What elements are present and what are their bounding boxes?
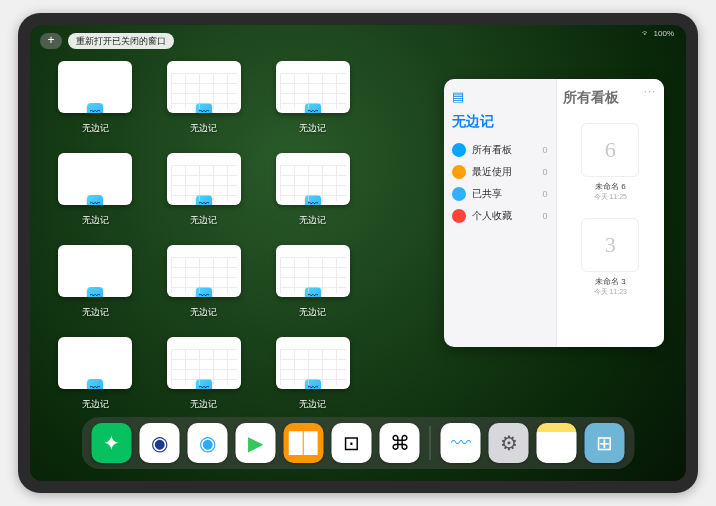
window-thumbnail[interactable]: 〰无边记 — [163, 153, 246, 227]
category-count: 0 — [542, 189, 547, 199]
freeform-app-icon: 〰 — [196, 379, 212, 389]
window-preview: 〰 — [167, 153, 241, 205]
window-preview: 〰 — [276, 61, 350, 113]
wifi-icon: ᯤ — [642, 29, 650, 38]
board-date: 今天 11:23 — [575, 287, 645, 297]
panel-left: ▤ 无边记 所有看板0最近使用0已共享0个人收藏0 — [444, 79, 556, 347]
window-label: 无边记 — [190, 398, 217, 411]
window-label: 无边记 — [299, 398, 326, 411]
dice-glyph-icon: ⊡ — [343, 431, 360, 455]
quark-hd-app-icon[interactable]: ◉ — [140, 423, 180, 463]
settings-app-icon[interactable]: ⚙ — [489, 423, 529, 463]
window-label: 无边记 — [190, 306, 217, 319]
window-thumbnail[interactable]: 〰无边记 — [54, 61, 137, 135]
quark-app-icon[interactable]: ◉ — [188, 423, 228, 463]
play-app-icon[interactable]: ▶ — [236, 423, 276, 463]
wechat-glyph-icon: ✦ — [103, 431, 120, 455]
freeform-app-icon: 〰 — [305, 195, 321, 205]
window-preview: 〰 — [167, 337, 241, 389]
notes-app-icon[interactable] — [537, 423, 577, 463]
settings-glyph-icon: ⚙ — [500, 431, 518, 455]
window-preview: 〰 — [58, 153, 132, 205]
dice-app-icon[interactable]: ⊡ — [332, 423, 372, 463]
omni-glyph-icon: ⌘ — [390, 431, 410, 455]
window-thumbnail[interactable]: 〰无边记 — [54, 245, 137, 319]
window-preview: 〰 — [167, 245, 241, 297]
wechat-app-icon[interactable]: ✦ — [92, 423, 132, 463]
new-window-button[interactable]: + — [40, 33, 62, 49]
freeform-app-icon: 〰 — [87, 195, 103, 205]
category-label: 个人收藏 — [472, 209, 512, 223]
category-item[interactable]: 已共享0 — [452, 183, 548, 205]
window-label: 无边记 — [299, 214, 326, 227]
omni-app-icon[interactable]: ⌘ — [380, 423, 420, 463]
category-label: 最近使用 — [472, 165, 512, 179]
category-count: 0 — [542, 211, 547, 221]
window-label: 无边记 — [299, 122, 326, 135]
category-item[interactable]: 最近使用0 — [452, 161, 548, 183]
category-icon — [452, 187, 466, 201]
freeform-app-icon: 〰 — [87, 103, 103, 113]
window-thumbnail[interactable]: 〰无边记 — [271, 61, 354, 135]
freeform-app-icon: 〰 — [196, 195, 212, 205]
sidebar-toggle-icon[interactable]: ▤ — [452, 89, 470, 107]
board-name: 未命名 3 — [575, 276, 645, 287]
window-thumbnail[interactable]: 〰无边记 — [163, 245, 246, 319]
window-preview: 〰 — [276, 153, 350, 205]
reopen-closed-window-button[interactable]: 重新打开已关闭的窗口 — [68, 33, 174, 49]
window-preview: 〰 — [58, 337, 132, 389]
window-thumbnail[interactable]: 〰无边记 — [271, 337, 354, 411]
window-label: 无边记 — [82, 398, 109, 411]
window-label: 无边记 — [299, 306, 326, 319]
category-icon — [452, 165, 466, 179]
window-thumbnail[interactable]: 〰无边记 — [163, 337, 246, 411]
topbar: + 重新打开已关闭的窗口 — [40, 33, 174, 49]
freeform-app-icon: 〰 — [305, 287, 321, 297]
window-thumbnail[interactable]: 〰无边记 — [54, 337, 137, 411]
screen: ᯤ 100% + 重新打开已关闭的窗口 〰无边记〰无边记〰无边记〰无边记〰无边记… — [30, 25, 686, 481]
quark-glyph-icon: ◉ — [199, 431, 216, 455]
panel-right: ··· 所有看板 6未命名 6今天 11:253未命名 3今天 11:23 — [556, 79, 665, 347]
books-glyph-icon: ▉▉ — [289, 431, 319, 455]
window-thumbnail[interactable]: 〰无边记 — [271, 245, 354, 319]
board-thumbnail: 3 — [581, 218, 639, 272]
freeform-app-icon: 〰 — [196, 103, 212, 113]
status-bar: ᯤ 100% — [642, 29, 674, 38]
stage-manager-grid: 〰无边记〰无边记〰无边记〰无边记〰无边记〰无边记〰无边记〰无边记〰无边记〰无边记… — [54, 61, 354, 411]
category-count: 0 — [542, 145, 547, 155]
board-name: 未命名 6 — [575, 181, 645, 192]
window-preview: 〰 — [167, 61, 241, 113]
board-thumbnail: 6 — [581, 123, 639, 177]
category-icon — [452, 143, 466, 157]
dock: ✦◉◉▶▉▉⊡⌘〰⚙⊞ — [82, 417, 635, 469]
dock-divider — [430, 426, 431, 460]
window-label: 无边记 — [82, 122, 109, 135]
category-icon — [452, 209, 466, 223]
freeform-app-icon[interactable]: 〰 — [441, 423, 481, 463]
freeform-app-icon: 〰 — [87, 379, 103, 389]
freeform-sidebar-panel: ▤ 无边记 所有看板0最近使用0已共享0个人收藏0 ··· 所有看板 6未命名 … — [444, 79, 664, 347]
app-library-app-icon[interactable]: ⊞ — [585, 423, 625, 463]
window-label: 无边记 — [82, 214, 109, 227]
board-card[interactable]: 3未命名 3今天 11:23 — [575, 218, 645, 297]
category-label: 已共享 — [472, 187, 502, 201]
more-options-button[interactable]: ··· — [644, 85, 656, 97]
books-app-icon[interactable]: ▉▉ — [284, 423, 324, 463]
freeform-app-icon: 〰 — [305, 379, 321, 389]
category-item[interactable]: 所有看板0 — [452, 139, 548, 161]
app-library-glyph-icon: ⊞ — [596, 431, 613, 455]
window-preview: 〰 — [276, 245, 350, 297]
window-thumbnail[interactable]: 〰无边记 — [163, 61, 246, 135]
ipad-frame: ᯤ 100% + 重新打开已关闭的窗口 〰无边记〰无边记〰无边记〰无边记〰无边记… — [18, 13, 698, 493]
freeform-app-icon: 〰 — [87, 287, 103, 297]
category-label: 所有看板 — [472, 143, 512, 157]
category-item[interactable]: 个人收藏0 — [452, 205, 548, 227]
board-card[interactable]: 6未命名 6今天 11:25 — [575, 123, 645, 202]
window-label: 无边记 — [190, 122, 217, 135]
window-thumbnail[interactable]: 〰无边记 — [54, 153, 137, 227]
category-count: 0 — [542, 167, 547, 177]
window-thumbnail[interactable]: 〰无边记 — [271, 153, 354, 227]
play-glyph-icon: ▶ — [248, 431, 263, 455]
battery-label: 100% — [654, 29, 674, 38]
board-date: 今天 11:25 — [575, 192, 645, 202]
